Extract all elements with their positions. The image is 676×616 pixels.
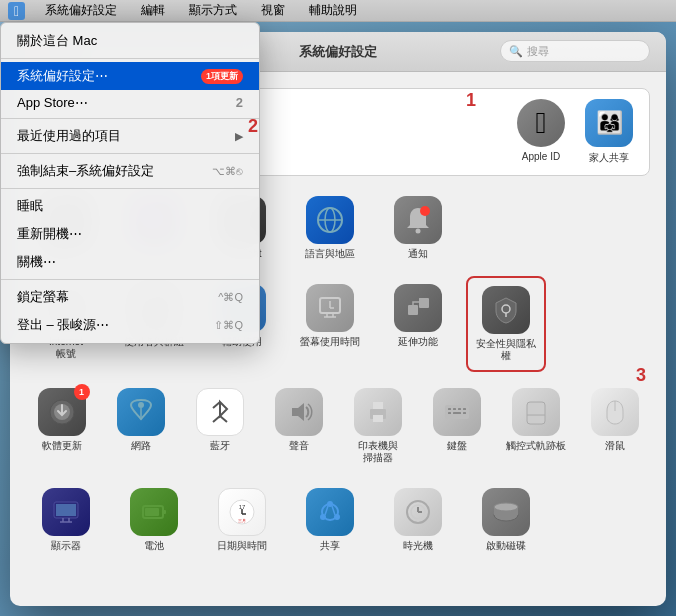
force-quit-label: 強制結束–系統偏好設定 bbox=[17, 162, 154, 180]
menu-force-quit[interactable]: 強制結束–系統偏好設定 ⌥⌘⎋ bbox=[1, 157, 259, 185]
appstore-count: 2 bbox=[236, 95, 243, 110]
svg-rect-37 bbox=[458, 408, 461, 410]
force-quit-shortcut: ⌥⌘⎋ bbox=[212, 165, 243, 178]
keyboard-icon bbox=[433, 388, 481, 436]
menu-lock-screen[interactable]: 鎖定螢幕 ^⌘Q bbox=[1, 283, 259, 311]
pref-trackpad[interactable]: 觸控式軌跡板 bbox=[500, 380, 571, 472]
startup-label: 啟動磁碟 bbox=[486, 540, 526, 552]
sleep-label: 睡眠 bbox=[17, 197, 43, 215]
svg-rect-39 bbox=[448, 412, 451, 414]
notification-icon bbox=[394, 196, 442, 244]
prefs-row-3: 1 軟體更新 網路 藍牙 bbox=[26, 380, 650, 472]
shutdown-label: 關機⋯ bbox=[17, 253, 56, 271]
pref-network[interactable]: 網路 bbox=[105, 380, 176, 472]
menu-system-prefs[interactable]: 系統偏好設定 bbox=[41, 2, 121, 19]
menu-recent-items[interactable]: 最近使用過的項目 ▶ bbox=[1, 122, 259, 150]
apple-menu-trigger[interactable]:  bbox=[8, 2, 25, 20]
family-share-item[interactable]: 👨‍👩‍👧 家人共享 bbox=[585, 99, 633, 165]
menu-sleep[interactable]: 睡眠 bbox=[1, 192, 259, 220]
svg-text:三月: 三月 bbox=[238, 518, 246, 523]
pref-bluetooth[interactable]: 藍牙 bbox=[184, 380, 255, 472]
display-label: 顯示器 bbox=[51, 540, 81, 552]
mouse-icon bbox=[591, 388, 639, 436]
menu-restart[interactable]: 重新開機⋯ bbox=[1, 220, 259, 248]
menu-sep-2 bbox=[1, 118, 259, 119]
network-label: 網路 bbox=[131, 440, 151, 452]
battery-icon bbox=[130, 488, 178, 536]
logout-shortcut: ⇧⌘Q bbox=[214, 319, 243, 332]
annotation-3: 3 bbox=[636, 365, 646, 386]
startup-disk-icon bbox=[482, 488, 530, 536]
pref-printer[interactable]: 印表機與掃描器 bbox=[342, 380, 413, 472]
svg-rect-40 bbox=[453, 412, 461, 414]
lock-screen-label: 鎖定螢幕 bbox=[17, 288, 69, 306]
restart-label: 重新開機⋯ bbox=[17, 225, 82, 243]
pref-extensions[interactable]: 延伸功能 bbox=[378, 276, 458, 372]
menu-view[interactable]: 顯示方式 bbox=[185, 2, 241, 19]
printer-label: 印表機與掃描器 bbox=[358, 440, 398, 464]
svg-rect-33 bbox=[373, 415, 383, 422]
bluetooth-label: 藍牙 bbox=[210, 440, 230, 452]
menu-system-prefs-item[interactable]: 系統偏好設定⋯ 1項更新 bbox=[1, 62, 259, 90]
datetime-icon: 17三月 bbox=[218, 488, 266, 536]
menu-sep-5 bbox=[1, 279, 259, 280]
family-share-icon: 👨‍👩‍👧 bbox=[585, 99, 633, 147]
time-machine-label: 時光機 bbox=[403, 540, 433, 552]
menu-about-mac[interactable]: 關於這台 Mac bbox=[1, 27, 259, 55]
menu-help[interactable]: 輔助說明 bbox=[305, 2, 361, 19]
pref-keyboard[interactable]: 鍵盤 bbox=[421, 380, 492, 472]
search-box[interactable]: 🔍 搜尋 bbox=[500, 40, 650, 62]
svg-point-28 bbox=[138, 402, 144, 408]
svg-rect-46 bbox=[56, 504, 76, 516]
search-placeholder: 搜尋 bbox=[527, 44, 549, 59]
pref-sound[interactable]: 聲音 bbox=[263, 380, 334, 472]
search-icon: 🔍 bbox=[509, 45, 523, 58]
menu-sep-4 bbox=[1, 188, 259, 189]
svg-point-9 bbox=[416, 229, 421, 234]
apple-id-item[interactable]:  Apple ID bbox=[517, 99, 565, 165]
menu-edit[interactable]: 編輯 bbox=[137, 2, 169, 19]
extensions-label: 延伸功能 bbox=[398, 336, 438, 348]
annotation-2: 2 bbox=[248, 116, 258, 137]
pref-battery[interactable]: 電池 bbox=[114, 480, 194, 560]
software-update-label: 軟體更新 bbox=[42, 440, 82, 452]
svg-point-67 bbox=[494, 503, 518, 511]
svg-rect-22 bbox=[408, 305, 418, 315]
battery-label: 電池 bbox=[144, 540, 164, 552]
menu-window[interactable]: 視窗 bbox=[257, 2, 289, 19]
pref-security[interactable]: 安全性與隱私權 bbox=[466, 276, 546, 372]
language-label: 語言與地區 bbox=[305, 248, 355, 260]
annotation-1: 1 bbox=[466, 90, 476, 111]
pref-mouse[interactable]: 滑鼠 bbox=[579, 380, 650, 472]
trackpad-label: 觸控式軌跡板 bbox=[506, 440, 566, 452]
pref-display[interactable]: 顯示器 bbox=[26, 480, 106, 560]
menu-shutdown[interactable]: 關機⋯ bbox=[1, 248, 259, 276]
sharing-icon bbox=[306, 488, 354, 536]
keyboard-label: 鍵盤 bbox=[447, 440, 467, 452]
network-icon bbox=[117, 388, 165, 436]
pref-screen-time[interactable]: 螢幕使用時間 bbox=[290, 276, 370, 372]
apple-dropdown-menu: 關於這台 Mac 系統偏好設定⋯ 1項更新 App Store⋯ 2 最近使用過… bbox=[0, 22, 260, 344]
pref-datetime[interactable]: 17三月 日期與時間 bbox=[202, 480, 282, 560]
notification-label: 通知 bbox=[408, 248, 428, 260]
menu-sep-3 bbox=[1, 153, 259, 154]
menu-appstore-item[interactable]: App Store⋯ 2 bbox=[1, 90, 259, 115]
svg-rect-49 bbox=[145, 508, 159, 516]
pref-software-update[interactable]: 1 軟體更新 bbox=[26, 380, 97, 472]
sharing-label: 共享 bbox=[320, 540, 340, 552]
menu-logout[interactable]: 登出 – 張峻源⋯ ⇧⌘Q bbox=[1, 311, 259, 339]
bluetooth-icon bbox=[196, 388, 244, 436]
about-mac-label: 關於這台 Mac bbox=[17, 32, 97, 50]
svg-marker-30 bbox=[292, 403, 304, 421]
pref-time-machine[interactable]: 時光機 bbox=[378, 480, 458, 560]
pref-startup[interactable]: 啟動磁碟 bbox=[466, 480, 546, 560]
menu-bar:  系統偏好設定 編輯 顯示方式 視窗 輔助說明 bbox=[0, 0, 676, 22]
family-share-label: 家人共享 bbox=[589, 151, 629, 165]
pref-language[interactable]: 語言與地區 bbox=[290, 188, 370, 268]
system-prefs-label: 系統偏好設定⋯ bbox=[17, 67, 108, 85]
apple-id-label: Apple ID bbox=[522, 151, 560, 162]
pref-sharing[interactable]: 共享 bbox=[290, 480, 370, 560]
pref-notification[interactable]: 通知 bbox=[378, 188, 458, 268]
prefs-row-4: 顯示器 電池 17三月 日期與時間 bbox=[26, 480, 650, 560]
svg-rect-41 bbox=[463, 412, 466, 414]
